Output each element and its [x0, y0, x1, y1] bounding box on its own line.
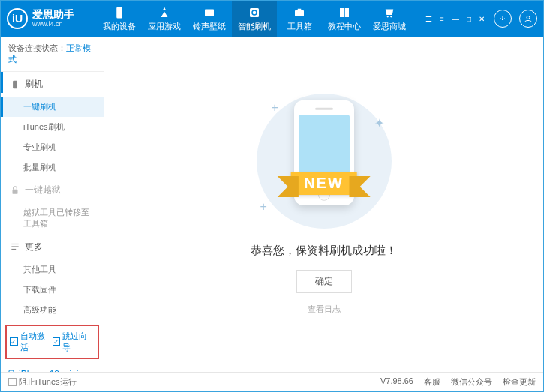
view-log-link[interactable]: 查看日志 [308, 304, 341, 315]
svg-rect-3 [295, 10, 304, 16]
nav-my-device[interactable]: 我的设备 [97, 1, 142, 37]
new-ribbon: NEW [290, 172, 357, 195]
main-content: + ✦ + NEW 恭喜您，保资料刷机成功啦！ 确定 查看日志 [104, 37, 543, 372]
list-icon [10, 241, 20, 252]
nav-flash[interactable]: 智能刷机 [232, 1, 277, 37]
svg-rect-10 [11, 244, 18, 244]
nav-label: 应用游戏 [148, 21, 181, 32]
svg-rect-11 [11, 247, 18, 247]
refresh-icon [248, 6, 261, 19]
sidebar-section-jailbreak[interactable]: 一键越狱 [1, 178, 104, 202]
nav-label: 工具箱 [287, 21, 312, 32]
device-panel[interactable]: iPhone 12 mini 64GB Down-12mini-13,1 [1, 364, 104, 372]
section-title: 一键越狱 [25, 184, 61, 196]
svg-point-6 [390, 16, 392, 17]
checkbox-icon [8, 378, 17, 386]
maximize-icon[interactable]: □ [465, 13, 473, 25]
svg-point-5 [387, 16, 389, 17]
apps-icon [158, 6, 171, 19]
svg-point-7 [527, 16, 530, 19]
nav-ringtones[interactable]: 铃声壁纸 [187, 1, 232, 37]
options-highlight: ✓ 自动激活 ✓ 跳过向导 [5, 325, 99, 359]
status-label: 设备连接状态： [8, 43, 66, 52]
main-nav: 我的设备 应用游戏 铃声壁纸 智能刷机 工具箱 教程中心 [97, 1, 424, 37]
svg-rect-2 [250, 8, 259, 17]
checkbox-label: 自动激活 [20, 331, 53, 353]
logo-icon: iU [7, 8, 28, 29]
svg-rect-12 [11, 249, 16, 250]
checkbox-icon: ✓ [10, 337, 18, 346]
download-button[interactable] [494, 10, 512, 28]
nav-toolbox[interactable]: 工具箱 [277, 1, 322, 37]
jailbreak-note: 越狱工具已转移至工具箱 [1, 202, 104, 235]
app-url: www.i4.cn [32, 21, 74, 28]
sidebar-section-flash[interactable]: 刷机 [1, 72, 104, 97]
sidebar-item-itunes-flash[interactable]: iTunes刷机 [1, 117, 104, 137]
body: 设备连接状态：正常模式 刷机 一键刷机 iTunes刷机 专业刷机 批量刷机 一… [1, 37, 543, 372]
folder-icon [203, 6, 216, 19]
nav-label: 爱思商城 [373, 21, 406, 32]
nav-label: 我的设备 [103, 21, 136, 32]
nav-tutorial[interactable]: 教程中心 [322, 1, 367, 37]
cart-icon [383, 6, 396, 19]
sidebar-item-advanced[interactable]: 高级功能 [1, 300, 104, 320]
checkbox-prevent-itunes[interactable]: 阻止iTunes运行 [8, 376, 77, 388]
book-icon [338, 6, 351, 19]
phone-icon [113, 6, 126, 19]
nav-label: 教程中心 [328, 21, 361, 32]
sidebar-section-more[interactable]: 更多 [1, 235, 104, 259]
checkbox-label: 跳过向导 [62, 331, 95, 353]
titlebar-controls: ☰ ≡ — □ ✕ [424, 10, 537, 28]
nav-store[interactable]: 爱思商城 [367, 1, 412, 37]
success-illustration: + ✦ + NEW [257, 94, 392, 229]
checkbox-label: 阻止iTunes运行 [19, 376, 77, 388]
svg-rect-4 [298, 8, 302, 10]
sidebar-item-onekey-flash[interactable]: 一键刷机 [1, 97, 104, 117]
sidebar-item-download-firmware[interactable]: 下载固件 [1, 280, 104, 300]
sidebar-item-pro-flash[interactable]: 专业刷机 [1, 137, 104, 157]
footer-update[interactable]: 检查更新 [503, 376, 536, 388]
settings-icon[interactable]: ≡ [438, 13, 446, 25]
sidebar: 设备连接状态：正常模式 刷机 一键刷机 iTunes刷机 专业刷机 批量刷机 一… [1, 37, 104, 372]
section-title: 刷机 [25, 78, 43, 91]
active-indicator [1, 72, 3, 93]
section-title: 更多 [25, 241, 43, 253]
footer-service[interactable]: 客服 [424, 376, 440, 388]
lock-icon [10, 185, 20, 196]
app-name: 爱思助手 [32, 9, 74, 20]
user-button[interactable] [519, 10, 537, 28]
sidebar-item-other-tools[interactable]: 其他工具 [1, 259, 104, 280]
menu-icon[interactable]: ☰ [424, 13, 434, 25]
svg-rect-8 [13, 80, 17, 88]
nav-label: 铃声壁纸 [193, 21, 226, 32]
checkbox-skip-guide[interactable]: ✓ 跳过向导 [53, 331, 95, 353]
phone-icon [10, 79, 20, 90]
titlebar: iU 爱思助手 www.i4.cn 我的设备 应用游戏 铃声壁纸 智能刷机 [1, 1, 543, 37]
checkbox-auto-activate[interactable]: ✓ 自动激活 [10, 331, 53, 353]
app-window: iU 爱思助手 www.i4.cn 我的设备 应用游戏 铃声壁纸 智能刷机 [0, 0, 544, 392]
checkbox-icon: ✓ [53, 337, 61, 346]
svg-rect-0 [116, 7, 122, 18]
svg-rect-1 [205, 9, 214, 16]
nav-label: 智能刷机 [238, 21, 271, 32]
success-message: 恭喜您，保资料刷机成功啦！ [251, 244, 397, 258]
app-logo: iU 爱思助手 www.i4.cn [7, 8, 97, 29]
ok-button[interactable]: 确定 [296, 270, 352, 293]
version-label: V7.98.66 [380, 376, 413, 388]
connection-status: 设备连接状态：正常模式 [1, 37, 104, 72]
footer: 阻止iTunes运行 V7.98.66 客服 微信公众号 检查更新 [1, 372, 543, 391]
nav-apps[interactable]: 应用游戏 [142, 1, 187, 37]
minimize-icon[interactable]: — [450, 13, 461, 25]
svg-rect-9 [13, 189, 18, 193]
footer-wechat[interactable]: 微信公众号 [451, 376, 492, 388]
sidebar-item-batch-flash[interactable]: 批量刷机 [1, 157, 104, 178]
close-icon[interactable]: ✕ [477, 13, 486, 25]
toolbox-icon [293, 6, 306, 19]
